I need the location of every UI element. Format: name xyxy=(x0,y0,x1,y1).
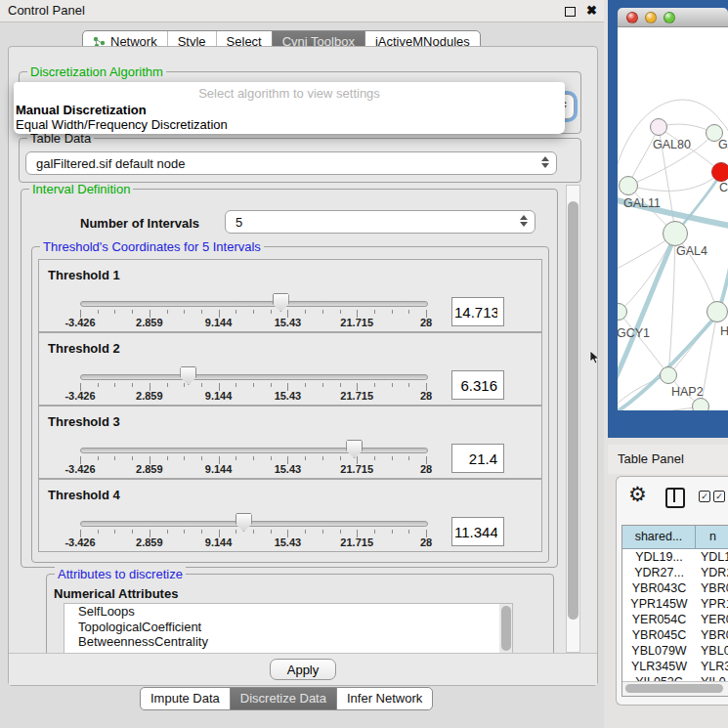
tick-label: 28 xyxy=(420,463,432,475)
slider-track[interactable] xyxy=(80,374,428,380)
threshold-label: Threshold 1 xyxy=(48,268,120,282)
scrollbar-thumb[interactable] xyxy=(625,684,723,693)
cell-name[interactable]: YBR0 xyxy=(696,580,728,596)
close-traffic-light[interactable] xyxy=(626,12,638,23)
mouse-cursor xyxy=(589,350,601,365)
slider-track[interactable] xyxy=(80,301,428,307)
numerical-attributes-list[interactable]: SelfLoopsTopologicalCoefficientBetweenne… xyxy=(64,603,513,653)
table-body: YDL19...YDL1YDR27...YDR2YBR043CYBR0YPR14… xyxy=(622,549,728,690)
tick-label: 15.43 xyxy=(275,463,302,475)
tick-mark xyxy=(408,456,409,460)
table-row[interactable]: YER054CYER0 xyxy=(622,612,728,627)
node-label-gal11: GAL11 xyxy=(623,196,661,210)
list-item[interactable]: TopologicalCoefficient xyxy=(64,620,512,635)
table-row[interactable]: YPR145WYPR1 xyxy=(622,596,728,612)
tick-mark xyxy=(167,456,168,460)
list-item[interactable]: SelfLoops xyxy=(64,604,512,620)
cell-name[interactable]: YDR2 xyxy=(696,565,728,580)
node-mid-right[interactable] xyxy=(707,302,728,322)
tick-mark xyxy=(340,310,341,314)
tab-discretize-data[interactable]: Discretize Data xyxy=(230,688,336,709)
window-title: Control Panel xyxy=(8,0,85,21)
tick-mark xyxy=(305,530,306,534)
node-bottom[interactable] xyxy=(693,399,709,411)
threshold-value-field[interactable] xyxy=(451,444,504,473)
node-hap2[interactable] xyxy=(661,367,677,384)
table-data-select[interactable]: galFiltered.sif default node xyxy=(25,151,557,175)
checkbox-icon-1[interactable]: ✓ xyxy=(699,491,710,502)
close-icon[interactable]: ✖ xyxy=(586,3,597,18)
horizontal-scrollbar[interactable] xyxy=(622,681,728,696)
apply-button[interactable]: Apply xyxy=(270,659,336,680)
dropdown-option-equal-width[interactable]: Equal Width/Frequency Discretization xyxy=(14,117,565,132)
tick-mark xyxy=(271,310,272,314)
node-gal11[interactable] xyxy=(620,177,638,195)
scrollbar-thumb[interactable] xyxy=(568,201,578,620)
cell-shared-name[interactable]: YLR345W xyxy=(622,659,696,674)
minimize-traffic-light[interactable] xyxy=(645,12,657,23)
threshold-value-field[interactable] xyxy=(451,297,504,326)
slider-track[interactable] xyxy=(80,521,428,527)
column-header-name[interactable]: n xyxy=(696,526,728,548)
cell-shared-name[interactable]: YPR145W xyxy=(622,596,696,612)
slider-handle[interactable] xyxy=(236,513,252,532)
cell-shared-name[interactable]: YBR045C xyxy=(622,627,696,643)
tick-label: 9.144 xyxy=(205,390,233,402)
table-row[interactable]: YDR27...YDR2 xyxy=(622,565,728,580)
column-header-shared-name[interactable]: shared... xyxy=(622,526,696,548)
network-window-titlebar[interactable] xyxy=(618,8,728,27)
table-row[interactable]: YLR345WYLR3 xyxy=(622,659,728,674)
slider-handle[interactable] xyxy=(273,293,289,312)
node-gal80[interactable] xyxy=(651,119,667,136)
cell-shared-name[interactable]: YDL19... xyxy=(622,549,696,565)
tick-mark xyxy=(98,530,99,534)
tick-mark xyxy=(114,530,115,534)
tick-mark xyxy=(271,530,272,534)
node-gal4[interactable] xyxy=(664,222,688,246)
tick-mark xyxy=(322,456,323,460)
node-label-gal80: GAL80 xyxy=(653,138,691,151)
table-row[interactable]: YBR045CYBR0 xyxy=(622,627,728,643)
cell-name[interactable]: YPR1 xyxy=(696,596,728,612)
vertical-scrollbar[interactable] xyxy=(566,185,580,653)
tab-infer-network[interactable]: Infer Network xyxy=(336,688,432,709)
slider-handle[interactable] xyxy=(180,366,196,385)
tick-mark xyxy=(236,456,236,460)
cell-name[interactable]: YER0 xyxy=(696,612,728,627)
cell-shared-name[interactable]: YER054C xyxy=(622,612,696,627)
table-row[interactable]: YBR043CYBR0 xyxy=(622,580,728,596)
threshold-value-field[interactable] xyxy=(451,517,504,546)
cell-name[interactable]: YBR0 xyxy=(696,627,728,643)
node-red[interactable] xyxy=(712,163,728,182)
threshold-value-field[interactable] xyxy=(451,370,504,400)
tick-mark xyxy=(322,530,323,534)
cell-shared-name[interactable]: YBL079W xyxy=(622,643,696,659)
table-row[interactable]: YBL079WYBL0 xyxy=(622,643,728,659)
slider-handle[interactable] xyxy=(346,440,363,458)
zoom-traffic-light[interactable] xyxy=(664,12,675,23)
dropdown-option-manual[interactable]: Manual Discretization xyxy=(14,103,565,117)
cell-name[interactable]: YDL1 xyxy=(696,549,728,565)
bottom-tab-bar: Impute Data Discretize Data Infer Networ… xyxy=(140,687,433,710)
threshold-row: Threshold 2 -3.4262.8599.14415.4321.7152… xyxy=(38,332,542,406)
threshold-label: Threshold 4 xyxy=(48,488,120,502)
tick-mark xyxy=(167,383,168,387)
tick-mark xyxy=(392,456,393,460)
cell-shared-name[interactable]: YBR043C xyxy=(622,580,696,596)
float-window-icon[interactable] xyxy=(565,7,576,17)
network-canvas[interactable]: GAL80 GA C GAL11 GAL4 GCY1 H HAP2 xyxy=(618,27,728,410)
slider-track[interactable] xyxy=(80,448,428,453)
settings-scroll-area: Interval Definition Number of Intervals … xyxy=(15,185,564,653)
cell-name[interactable]: YBL0 xyxy=(696,643,728,659)
table-row[interactable]: YDL19...YDL1 xyxy=(622,549,728,565)
tab-impute-data[interactable]: Impute Data xyxy=(141,688,230,709)
num-intervals-select[interactable]: 5 xyxy=(225,210,535,234)
list-item[interactable]: BetweennessCentrality xyxy=(64,634,512,650)
cell-shared-name[interactable]: YDR27... xyxy=(622,565,696,580)
gear-icon[interactable]: ⚙ xyxy=(628,483,647,506)
cell-name[interactable]: YLR3 xyxy=(696,659,728,674)
tick-mark xyxy=(271,383,272,387)
list-scrollbar[interactable] xyxy=(499,604,512,653)
checkbox-icon-2[interactable]: ✓ xyxy=(713,491,725,502)
split-columns-icon[interactable] xyxy=(665,488,685,508)
